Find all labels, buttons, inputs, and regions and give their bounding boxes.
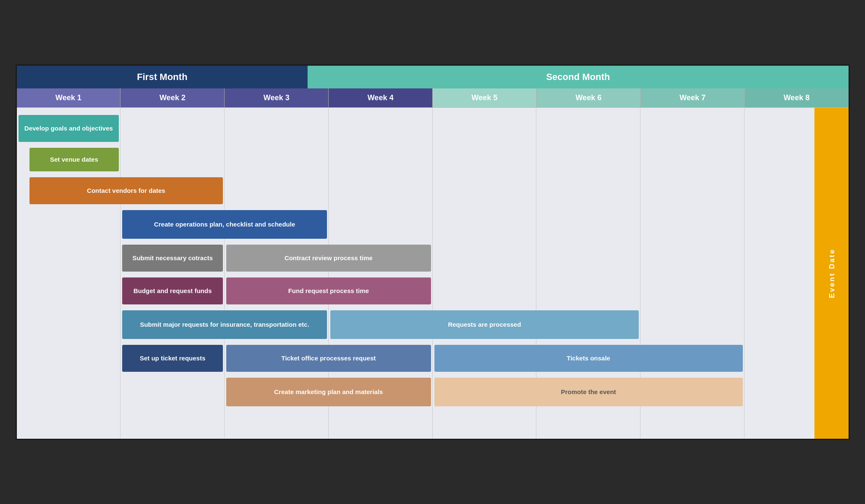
task-tickets-onsale: Tickets onsale (433, 344, 744, 373)
month-header-row: First Month Second Month (17, 66, 849, 88)
week-header-row: Week 1 Week 2 Week 3 Week 4 Week 5 Week … (17, 88, 849, 108)
task-requests-processed: Requests are processed (329, 309, 640, 340)
week-4-header: Week 4 (329, 88, 433, 107)
task-contract-review: Contract review process time (225, 244, 433, 272)
task-fund-request: Fund request process time (225, 277, 433, 305)
task-row-4: Create operations plan, checklist and sc… (17, 209, 849, 240)
task-budget-funds: Budget and request funds (121, 277, 225, 305)
task-row-8: Set up ticket requests Ticket office pro… (17, 344, 849, 373)
task-marketing-plan: Create marketing plan and materials (225, 377, 433, 407)
task-submit-contracts: Submit necessary cotracts (121, 244, 225, 272)
task-row-6: Budget and request funds Fund request pr… (17, 277, 849, 305)
task-promote-event: Promote the event (433, 377, 744, 407)
second-month-header: Second Month (308, 66, 848, 88)
week-7-header: Week 7 (641, 88, 745, 107)
week-8-header: Week 8 (745, 88, 849, 107)
first-month-header: First Month (17, 66, 308, 88)
task-submit-major: Submit major requests for insurance, tra… (121, 309, 329, 340)
task-operations-plan: Create operations plan, checklist and sc… (121, 209, 329, 240)
task-row-1: Develop goals and objectives (17, 114, 849, 143)
event-date-label: Event Date (828, 248, 836, 298)
bottom-spacer (17, 411, 849, 432)
task-row-9: Create marketing plan and materials Prom… (17, 377, 849, 407)
task-contact-vendors: Contact vendors for dates (17, 176, 225, 205)
task-ticket-requests: Set up ticket requests (121, 344, 225, 373)
task-set-venue: Set venue dates (17, 147, 121, 172)
week-6-header: Week 6 (537, 88, 641, 107)
task-row-2: Set venue dates (17, 147, 849, 172)
task-row-5: Submit necessary cotracts Contract revie… (17, 244, 849, 272)
task-ticket-office: Ticket office processes request (225, 344, 433, 373)
task-row-3: Contact vendors for dates (17, 176, 849, 205)
event-date-bar: Event Date (814, 108, 850, 439)
week-5-header: Week 5 (433, 88, 537, 107)
task-row-7: Submit major requests for insurance, tra… (17, 309, 849, 340)
gantt-chart: First Month Second Month Week 1 Week 2 W… (16, 64, 850, 440)
week-1-header: Week 1 (17, 88, 121, 107)
task-rows: Develop goals and objectives Set venue d… (17, 108, 849, 439)
task-develop-goals: Develop goals and objectives (17, 114, 121, 143)
week-2-header: Week 2 (121, 88, 225, 107)
week-3-header: Week 3 (225, 88, 329, 107)
